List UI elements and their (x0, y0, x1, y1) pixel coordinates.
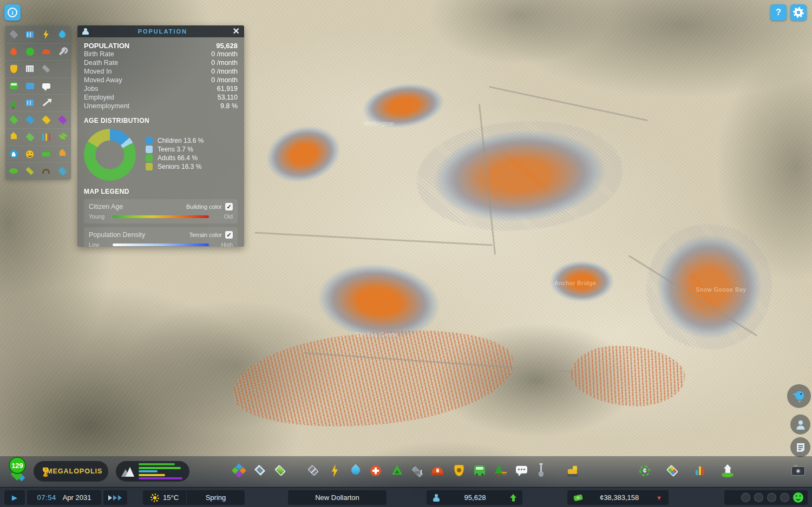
city-level-badge[interactable]: 129 (9, 457, 26, 474)
population-up-arrow-icon (510, 494, 516, 502)
infoview-economy-view-icon[interactable] (38, 146, 54, 163)
city-name-display[interactable]: New Dollarton (288, 490, 387, 505)
infoview-offices-icon[interactable] (22, 95, 38, 111)
info-circle-icon[interactable]: i (4, 4, 21, 21)
infoview-education-icon[interactable] (38, 61, 54, 77)
infoview-post-service-icon[interactable] (22, 78, 38, 95)
progress-pill[interactable] (116, 461, 189, 482)
zoning-icon[interactable] (233, 463, 250, 479)
infoview-electricity-icon[interactable] (38, 26, 54, 43)
infoview-water-depth-icon[interactable] (54, 163, 70, 180)
infoview-trends-icon[interactable] (38, 129, 54, 146)
infoviews-icon[interactable] (665, 463, 681, 479)
infoview-routes-icon[interactable] (38, 95, 54, 111)
infoview-garbage-icon[interactable] (22, 44, 38, 61)
infoview-water-icon[interactable] (54, 26, 70, 43)
district-label: Sterling Creek (355, 331, 397, 338)
education-icon[interactable] (409, 463, 425, 479)
infoview-residences-icon[interactable] (54, 146, 70, 163)
stat-value: 61,919 (217, 85, 238, 94)
infoview-happiness-icon[interactable] (22, 146, 38, 163)
communications-icon[interactable] (513, 463, 529, 479)
roads-icon[interactable] (305, 463, 322, 479)
clock-date-display[interactable]: 07:54 Apr 2031 (27, 490, 101, 505)
terrain-color-label: Terrain color (189, 232, 222, 238)
administration-glyph (26, 65, 34, 72)
happiness-face-happy-icon[interactable] (793, 492, 803, 503)
infoview-fire-safety-icon[interactable] (5, 44, 22, 61)
terrain-color-checkbox[interactable] (225, 231, 233, 239)
stat-value: 53,110 (218, 94, 238, 102)
police-icon[interactable] (451, 463, 467, 479)
close-icon[interactable]: ✕ (233, 27, 240, 36)
infoview-electronics-icon[interactable] (22, 26, 38, 43)
electricity-icon[interactable] (326, 463, 343, 479)
xp-bar (139, 474, 165, 476)
parks-recreation-icon[interactable] (492, 463, 508, 479)
infoview-noise-icon[interactable] (38, 163, 54, 180)
infoview-roads-icon[interactable] (5, 26, 22, 43)
transportation-icon[interactable] (472, 463, 488, 479)
infoview-farmland-icon[interactable] (22, 163, 38, 180)
infoview-maintenance-icon[interactable] (54, 44, 70, 61)
legend-chip (146, 154, 153, 162)
economy-icon[interactable] (637, 463, 653, 479)
milestone-pill[interactable]: MEGALOPOLIS (34, 461, 108, 482)
statistics-icon[interactable] (692, 463, 708, 479)
landscaping-icon[interactable] (272, 463, 289, 479)
population-panel-header[interactable]: POPULATION ✕ (77, 25, 244, 37)
infoview-land-value-icon[interactable] (5, 129, 22, 146)
healthcare-icon[interactable] (368, 463, 384, 479)
density-gradient-bar (113, 243, 209, 246)
weather-display[interactable]: 15°C (143, 490, 186, 505)
population-display[interactable]: 95,628 (427, 490, 522, 505)
help-icon[interactable]: ? (770, 4, 787, 21)
infoview-office-zones-icon[interactable] (54, 112, 70, 129)
infoview-landmarks-icon[interactable] (5, 146, 22, 163)
infoview-disasters-icon[interactable] (38, 44, 54, 61)
legend-text: Seniors 16.3 % (158, 163, 201, 170)
infoview-police-icon[interactable] (5, 61, 22, 77)
settings-gear-icon[interactable] (790, 4, 807, 21)
building-color-checkbox[interactable] (225, 203, 233, 210)
infoview-industrial-zones-icon[interactable] (38, 112, 54, 129)
infoview-panel (5, 26, 71, 180)
infoview-terrain-icon[interactable] (5, 163, 22, 180)
play-pause-button[interactable]: ▶ (4, 490, 25, 505)
progression-icon[interactable] (719, 463, 736, 479)
clock-time: 07:54 (37, 493, 56, 502)
happiness-face-neutral-icon[interactable] (767, 493, 776, 502)
infoview-transportation-icon[interactable] (5, 78, 22, 95)
journal-icon[interactable] (790, 437, 810, 457)
happiness-face-content-icon[interactable] (780, 493, 789, 502)
photo-mode-icon[interactable] (790, 463, 806, 479)
infoview-row (5, 146, 71, 163)
happiness-display[interactable] (724, 490, 808, 505)
bulldozer-icon[interactable] (565, 463, 581, 479)
infoview-commercial-zones-icon[interactable] (22, 112, 38, 129)
happiness-face-very-sad-icon[interactable] (741, 493, 750, 502)
age-gradient-bar (113, 215, 209, 218)
happiness-face-sad-icon[interactable] (754, 493, 763, 502)
infoview-residential-zones-icon[interactable] (5, 112, 22, 129)
chirper-bird-icon[interactable] (787, 384, 811, 408)
infoview-administration-icon[interactable] (22, 61, 38, 77)
offices-glyph (26, 100, 34, 106)
water-sewage-icon[interactable] (347, 463, 363, 479)
age-legend: Children 13.6 % Teens 3.7 % Adults 66.4 … (146, 136, 204, 181)
speed-control[interactable] (103, 490, 127, 505)
water-depth-glyph (58, 167, 67, 176)
garbage-icon[interactable] (389, 463, 405, 479)
disasters-glyph (42, 49, 50, 54)
fire-rescue-icon[interactable] (429, 463, 446, 479)
citizen-portrait-icon[interactable] (790, 414, 810, 434)
money-display[interactable]: ¢38,383,158 ▼ (567, 490, 669, 505)
infoview-tourism-icon[interactable] (22, 129, 38, 146)
areas-icon[interactable] (252, 463, 269, 479)
season-display[interactable]: Spring (187, 490, 245, 505)
terraforming-icon[interactable] (533, 463, 549, 479)
infoview-parks-icon[interactable] (5, 95, 22, 111)
garbage-glyph (26, 48, 34, 56)
infoview-greenery-icon[interactable] (54, 129, 70, 146)
infoview-telecom-icon[interactable] (38, 78, 54, 95)
